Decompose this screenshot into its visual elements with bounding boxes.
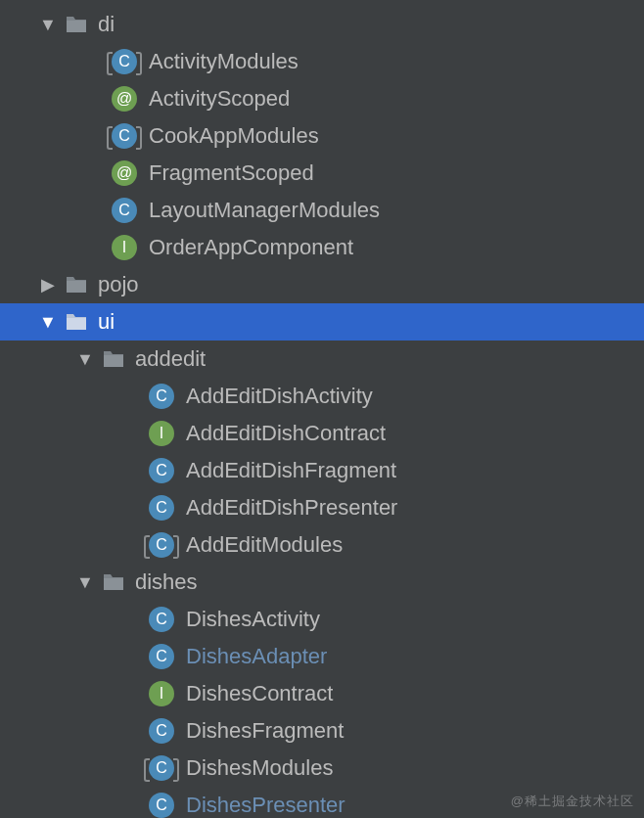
folder-icon	[65, 275, 88, 295]
interface-icon: I	[149, 421, 174, 446]
class-icon: C	[149, 458, 174, 483]
folder-ui[interactable]: ▼ ui	[0, 303, 644, 341]
file-label: AddEditDishFragment	[186, 458, 396, 483]
interface-icon: I	[112, 235, 137, 260]
folder-label: addedit	[135, 346, 206, 372]
class-icon: C	[112, 198, 137, 223]
folder-label: di	[98, 12, 115, 37]
file-label: AddEditDishContract	[186, 421, 386, 446]
file-label: CookAppModules	[149, 123, 319, 149]
project-tree: ▼ di C ActivityModules @ ActivityScoped …	[0, 0, 644, 818]
file-addeditdishpresenter[interactable]: C AddEditDishPresenter	[0, 489, 644, 526]
file-label: AddEditDishActivity	[186, 384, 373, 409]
folder-pojo[interactable]: ▶ pojo	[0, 266, 644, 303]
file-layoutmanagermodules[interactable]: C LayoutManagerModules	[0, 192, 644, 229]
class-icon: C	[149, 384, 174, 409]
annotation-icon: @	[112, 86, 137, 112]
file-activityscoped[interactable]: @ ActivityScoped	[0, 80, 644, 117]
expand-arrow-icon[interactable]: ▼	[37, 15, 59, 35]
file-label: AddEditModules	[186, 532, 343, 558]
collapse-arrow-icon[interactable]: ▶	[37, 274, 59, 295]
file-label: DishesActivity	[186, 607, 320, 632]
file-label: AddEditDishPresenter	[186, 495, 397, 521]
folder-icon	[65, 15, 88, 34]
folder-label: dishes	[135, 569, 198, 595]
file-label: OrderAppComponent	[149, 235, 353, 260]
file-label: DishesAdapter	[186, 644, 327, 669]
class-icon: C	[149, 495, 174, 521]
class-icon: C	[149, 718, 174, 744]
folder-icon	[102, 349, 125, 369]
expand-arrow-icon[interactable]: ▼	[74, 349, 96, 370]
file-activitymodules[interactable]: C ActivityModules	[0, 43, 644, 80]
class-icon: C	[149, 755, 174, 781]
folder-label: pojo	[98, 272, 139, 297]
file-label: DishesFragment	[186, 718, 344, 744]
file-label: FragmentScoped	[149, 160, 314, 186]
file-label: DishesPresenter	[186, 793, 345, 818]
folder-dishes[interactable]: ▼ dishes	[0, 564, 644, 601]
folder-icon	[65, 312, 88, 332]
class-icon: C	[112, 123, 137, 149]
expand-arrow-icon[interactable]: ▼	[74, 572, 96, 593]
folder-di[interactable]: ▼ di	[0, 6, 644, 43]
file-addeditdishcontract[interactable]: I AddEditDishContract	[0, 415, 644, 452]
file-dishesmodules[interactable]: C DishesModules	[0, 750, 644, 787]
file-cookappmodules[interactable]: C CookAppModules	[0, 117, 644, 155]
class-icon: C	[149, 793, 174, 818]
file-label: LayoutManagerModules	[149, 198, 380, 223]
file-label: DishesModules	[186, 755, 333, 781]
expand-arrow-icon[interactable]: ▼	[37, 312, 59, 333]
file-addeditdishfragment[interactable]: C AddEditDishFragment	[0, 452, 644, 489]
file-addeditdishactivity[interactable]: C AddEditDishActivity	[0, 378, 644, 415]
file-fragmentscoped[interactable]: @ FragmentScoped	[0, 155, 644, 192]
class-icon: C	[112, 49, 137, 74]
watermark: @稀土掘金技术社区	[511, 793, 634, 810]
interface-icon: I	[149, 681, 174, 706]
file-dishesfragment[interactable]: C DishesFragment	[0, 712, 644, 750]
file-addeditmodules[interactable]: C AddEditModules	[0, 526, 644, 564]
annotation-icon: @	[112, 160, 137, 186]
file-label: ActivityModules	[149, 49, 299, 74]
file-label: ActivityScoped	[149, 86, 290, 112]
file-dishesadapter[interactable]: C DishesAdapter	[0, 638, 644, 675]
folder-icon	[102, 572, 125, 592]
file-dishesactivity[interactable]: C DishesActivity	[0, 601, 644, 638]
file-orderappcomponent[interactable]: I OrderAppComponent	[0, 229, 644, 266]
file-dishescontract[interactable]: I DishesContract	[0, 675, 644, 712]
folder-label: ui	[98, 309, 115, 335]
folder-addedit[interactable]: ▼ addedit	[0, 341, 644, 378]
class-icon: C	[149, 532, 174, 558]
file-label: DishesContract	[186, 681, 333, 706]
class-icon: C	[149, 607, 174, 632]
class-icon: C	[149, 644, 174, 669]
